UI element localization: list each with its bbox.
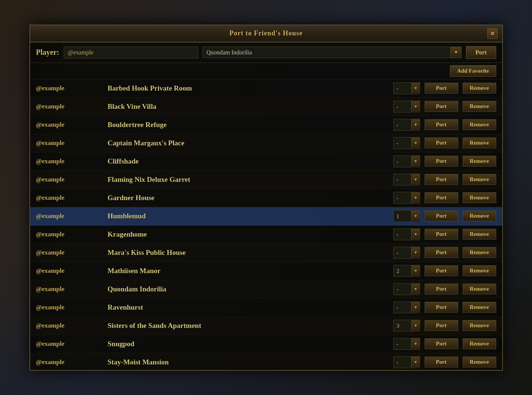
title-bar: Port to Friend's House ✕ bbox=[30, 25, 502, 42]
row-port-button[interactable]: Port bbox=[425, 83, 458, 94]
player-input[interactable] bbox=[64, 47, 198, 59]
row-remove-button[interactable]: Remove bbox=[463, 338, 496, 349]
num-dropdown[interactable]: -12345 bbox=[393, 119, 420, 131]
list-item[interactable]: @exampleGardner House-12345▼PortRemove bbox=[30, 189, 502, 207]
add-favorite-button[interactable]: Add Favorite bbox=[450, 65, 496, 77]
row-remove-button[interactable]: Remove bbox=[463, 192, 496, 203]
list-item[interactable]: @exampleMathiisen Manor-12345▼PortRemove bbox=[30, 262, 502, 280]
row-remove-button[interactable]: Remove bbox=[463, 174, 496, 185]
row-port-button[interactable]: Port bbox=[425, 192, 458, 203]
num-dropdown[interactable]: -12345 bbox=[393, 155, 420, 167]
row-remove-button[interactable]: Remove bbox=[463, 101, 496, 112]
list-item[interactable]: @exampleSnugpod-12345▼PortRemove bbox=[30, 335, 502, 353]
row-remove-button[interactable]: Remove bbox=[463, 284, 496, 294]
num-dropdown[interactable]: -12345 bbox=[393, 82, 420, 94]
list-item[interactable]: @exampleBlack Vine Villa-12345▼PortRemov… bbox=[30, 98, 502, 116]
add-favorite-row: Add Favorite bbox=[30, 63, 502, 79]
list-item[interactable]: @exampleBouldertree Refuge-12345▼PortRem… bbox=[30, 116, 502, 134]
list-item[interactable]: @exampleBarbed Hook Private Room-12345▼P… bbox=[30, 79, 502, 98]
num-dropdown[interactable]: -12345 bbox=[393, 210, 420, 222]
dialog-title: Port to Friend's House bbox=[45, 29, 487, 37]
row-remove-button[interactable]: Remove bbox=[463, 247, 496, 258]
list-player-name: @example bbox=[36, 212, 103, 220]
list-item[interactable]: @exampleStay-Moist Mansion-12345▼PortRem… bbox=[30, 353, 502, 370]
num-select-container: -12345▼ bbox=[393, 210, 420, 222]
row-port-button[interactable]: Port bbox=[425, 247, 458, 258]
row-remove-button[interactable]: Remove bbox=[463, 138, 496, 148]
list-player-name: @example bbox=[36, 231, 103, 238]
row-remove-button[interactable]: Remove bbox=[463, 211, 496, 221]
list-item[interactable]: @exampleSisters of the Sands Apartment-1… bbox=[30, 317, 502, 335]
list-item[interactable]: @exampleCliffshade-12345▼PortRemove bbox=[30, 152, 502, 171]
row-port-button[interactable]: Port bbox=[425, 338, 458, 349]
row-remove-button[interactable]: Remove bbox=[463, 156, 496, 167]
row-remove-button[interactable]: Remove bbox=[463, 265, 496, 276]
num-dropdown[interactable]: -12345 bbox=[393, 356, 420, 368]
list-item[interactable]: @exampleKragenhome-12345▼PortRemove bbox=[30, 225, 502, 244]
house-list[interactable]: @exampleBarbed Hook Private Room-12345▼P… bbox=[30, 79, 502, 370]
list-house-name: Black Vine Villa bbox=[108, 102, 389, 111]
list-item[interactable]: @exampleCaptain Margaux's Place-12345▼Po… bbox=[30, 134, 502, 152]
close-button[interactable]: ✕ bbox=[487, 28, 498, 39]
num-dropdown[interactable]: -12345 bbox=[393, 101, 420, 113]
row-remove-button[interactable]: Remove bbox=[463, 320, 496, 331]
list-item[interactable]: @exampleFlaming Nix Deluxe Garret-12345▼… bbox=[30, 171, 502, 189]
num-select-container: -12345▼ bbox=[393, 301, 420, 313]
port-button[interactable]: Port bbox=[466, 46, 496, 59]
row-remove-button[interactable]: Remove bbox=[463, 119, 496, 130]
list-item[interactable]: @exampleRavenhurst-12345▼PortRemove bbox=[30, 298, 502, 317]
list-player-name: @example bbox=[36, 340, 103, 348]
num-dropdown[interactable]: -12345 bbox=[393, 283, 420, 295]
row-port-button[interactable]: Port bbox=[425, 357, 458, 367]
num-dropdown[interactable]: -12345 bbox=[393, 192, 420, 204]
row-remove-button[interactable]: Remove bbox=[463, 229, 496, 240]
row-remove-button[interactable]: Remove bbox=[463, 357, 496, 367]
list-item[interactable]: @exampleMara's Kiss Public House-12345▼P… bbox=[30, 244, 502, 262]
num-select-container: -12345▼ bbox=[393, 320, 420, 332]
num-dropdown[interactable]: -12345 bbox=[393, 338, 420, 350]
row-port-button[interactable]: Port bbox=[425, 320, 458, 331]
num-dropdown[interactable]: -12345 bbox=[393, 301, 420, 313]
num-select-container: -12345▼ bbox=[393, 283, 420, 295]
row-port-button[interactable]: Port bbox=[425, 229, 458, 240]
list-house-name: Kragenhome bbox=[108, 230, 389, 238]
list-player-name: @example bbox=[36, 103, 103, 110]
list-house-name: Mathiisen Manor bbox=[108, 267, 389, 275]
list-house-name: Mara's Kiss Public House bbox=[108, 249, 389, 257]
row-port-button[interactable]: Port bbox=[425, 156, 458, 167]
list-house-name: Flaming Nix Deluxe Garret bbox=[108, 176, 389, 184]
list-item[interactable]: @exampleHumblemud-12345▼PortRemove bbox=[30, 207, 502, 225]
row-port-button[interactable]: Port bbox=[425, 101, 458, 112]
num-select-container: -12345▼ bbox=[393, 137, 420, 149]
player-label: Player: bbox=[36, 48, 59, 57]
row-port-button[interactable]: Port bbox=[425, 302, 458, 313]
row-port-button[interactable]: Port bbox=[425, 174, 458, 185]
list-house-name: Captain Margaux's Place bbox=[108, 139, 389, 147]
num-dropdown[interactable]: -12345 bbox=[393, 174, 420, 186]
num-dropdown[interactable]: -12345 bbox=[393, 137, 420, 149]
row-port-button[interactable]: Port bbox=[425, 119, 458, 130]
row-port-button[interactable]: Port bbox=[425, 284, 458, 294]
row-port-button[interactable]: Port bbox=[425, 265, 458, 276]
row-remove-button[interactable]: Remove bbox=[463, 83, 496, 94]
list-player-name: @example bbox=[36, 304, 103, 311]
num-dropdown[interactable]: -12345 bbox=[393, 320, 420, 332]
num-dropdown[interactable]: -12345 bbox=[393, 228, 420, 240]
row-port-button[interactable]: Port bbox=[425, 138, 458, 148]
num-select-container: -12345▼ bbox=[393, 338, 420, 350]
row-port-button[interactable]: Port bbox=[425, 211, 458, 221]
list-item[interactable]: @exampleQuondam Indorilia-12345▼PortRemo… bbox=[30, 280, 502, 298]
num-select-container: -12345▼ bbox=[393, 101, 420, 113]
num-dropdown[interactable]: -12345 bbox=[393, 265, 420, 277]
list-house-name: Ravenhurst bbox=[108, 303, 389, 312]
list-house-name: Snugpod bbox=[108, 340, 389, 348]
list-house-name: Humblemud bbox=[108, 212, 389, 220]
list-player-name: @example bbox=[36, 358, 103, 366]
row-remove-button[interactable]: Remove bbox=[463, 302, 496, 313]
list-player-name: @example bbox=[36, 85, 103, 92]
house-dropdown[interactable]: Quondam IndoriliaBarbed Hook Private Roo… bbox=[202, 47, 462, 58]
num-dropdown[interactable]: -12345 bbox=[393, 247, 420, 259]
list-player-name: @example bbox=[36, 158, 103, 165]
dialog-window: Port to Friend's House ✕ Player: Quondam… bbox=[29, 25, 503, 371]
header-row: Player: Quondam IndoriliaBarbed Hook Pri… bbox=[30, 42, 502, 63]
